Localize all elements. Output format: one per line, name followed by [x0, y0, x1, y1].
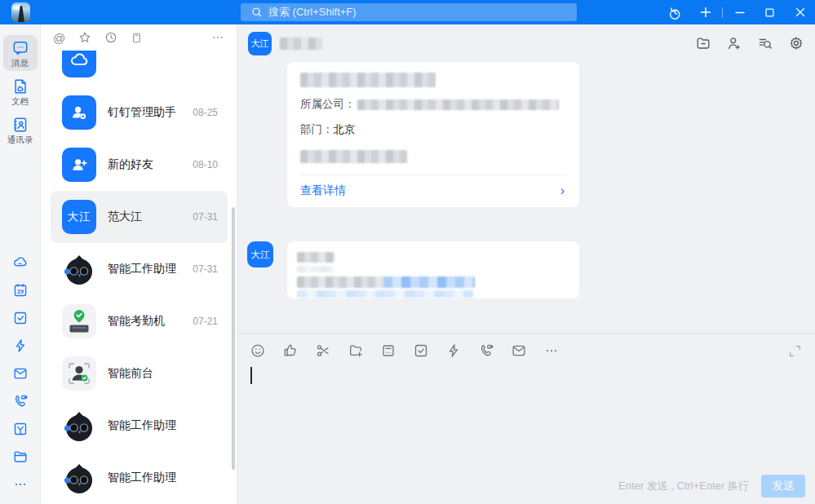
chat-header: 大江 — [237, 24, 815, 62]
star-icon[interactable] — [78, 31, 91, 44]
app-rail: 消息 文档 通讯录 29 — [0, 24, 41, 504]
dept-value: 北京 — [334, 122, 356, 137]
send-hint: Enter 发送 , Ctrl+Enter 换行 — [618, 479, 749, 493]
chat-icon — [11, 39, 29, 57]
chat-list-panel: @ — [41, 24, 237, 504]
conversation-list: 钉钉管理助手 08-25 新的好友 08-10 大江 范大江 07-31 — [41, 51, 237, 504]
list-item[interactable]: 智能工作助理 07-31 — [51, 243, 228, 295]
thumbs-up-icon[interactable] — [282, 343, 299, 359]
list-item[interactable]: 智能工作助理 — [51, 400, 228, 452]
file-add-icon[interactable] — [348, 343, 364, 359]
chat-panel: 大江 — [237, 24, 815, 504]
list-item[interactable]: 智能前台 — [51, 347, 228, 400]
history-search-icon[interactable] — [757, 35, 773, 51]
robot-avatar — [62, 409, 96, 443]
task-icon[interactable] — [413, 343, 429, 359]
list-item[interactable]: 智能考勤机 07-21 — [51, 295, 228, 347]
more-icon[interactable] — [211, 31, 224, 44]
mail-icon[interactable] — [511, 343, 527, 359]
calendar-icon[interactable]: 29 — [12, 282, 29, 298]
peer-avatar[interactable]: 大江 — [247, 241, 273, 267]
attendance-avatar — [62, 304, 96, 338]
flash-icon[interactable] — [12, 338, 29, 354]
maximize-icon[interactable] — [755, 0, 785, 24]
more-icon[interactable] — [543, 343, 560, 359]
rail-tools: 29 — [12, 254, 29, 504]
company-label: 所属公司： — [300, 97, 356, 112]
emoji-icon[interactable] — [250, 343, 266, 359]
global-search-input[interactable]: 搜索 (Ctrl+Shift+F) — [241, 3, 577, 21]
window-controls — [660, 0, 815, 24]
device-icon[interactable] — [131, 32, 143, 44]
chat-list-filters: @ — [41, 24, 237, 51]
expand-icon[interactable] — [788, 344, 802, 358]
search-icon — [251, 7, 263, 18]
peer-avatar[interactable]: 大江 — [248, 32, 272, 55]
redacted-link — [297, 290, 473, 298]
redacted-text — [357, 99, 559, 110]
message-area: 所属公司： 部门： 北京 查看详情 › 大江 — [237, 62, 815, 333]
doc-icon — [11, 77, 29, 95]
robot-avatar — [62, 461, 96, 495]
todo-icon[interactable] — [12, 310, 29, 326]
view-details-link[interactable]: 查看详情 › — [300, 175, 566, 207]
rail-label: 通讯录 — [7, 135, 33, 144]
rail-item-contacts[interactable]: 通讯录 — [3, 112, 38, 148]
new-friends-avatar — [62, 148, 96, 182]
rail-label: 消息 — [11, 59, 29, 68]
screenshot-icon[interactable] — [315, 343, 331, 359]
list-item[interactable]: 新的好友 08-10 — [51, 139, 228, 191]
list-item-selected[interactable]: 大江 范大江 07-31 — [51, 191, 228, 243]
mention-icon[interactable]: @ — [53, 32, 65, 44]
flash-icon[interactable] — [445, 343, 462, 359]
redacted-text — [297, 252, 334, 263]
titlebar: 搜索 (Ctrl+Shift+F) — [0, 0, 815, 24]
settings-icon[interactable] — [788, 35, 804, 51]
reception-avatar — [62, 356, 96, 391]
list-item[interactable]: 智能工作助理 — [51, 452, 228, 504]
search-placeholder: 搜索 (Ctrl+Shift+F) — [268, 5, 357, 20]
recent-icon[interactable] — [104, 31, 117, 44]
mail-icon[interactable] — [12, 365, 29, 382]
send-button[interactable]: 发送 — [761, 475, 805, 497]
call-icon[interactable] — [478, 343, 494, 359]
list-item[interactable]: 钉钉管理助手 08-25 — [51, 86, 228, 139]
cloud-drive-icon[interactable] — [12, 254, 29, 271]
message-input[interactable] — [237, 361, 815, 471]
robot-avatar — [62, 252, 96, 286]
close-icon[interactable] — [785, 0, 815, 24]
redacted-text — [300, 150, 407, 163]
schedule-icon[interactable] — [380, 343, 396, 359]
redacted-text — [297, 276, 383, 288]
peer-text-avatar: 大江 — [62, 200, 96, 234]
folder-icon[interactable] — [695, 35, 711, 51]
more-icon[interactable] — [12, 476, 29, 493]
workbench-icon[interactable] — [12, 421, 29, 437]
composer-toolbar — [237, 334, 815, 359]
phone-icon[interactable] — [12, 393, 29, 409]
plus-icon[interactable] — [690, 0, 720, 24]
redacted-text — [300, 73, 436, 87]
dingtalk-window: 搜索 (Ctrl+Shift+F) — [0, 0, 815, 504]
rail-item-messages[interactable]: 消息 — [3, 35, 38, 71]
redacted-text — [297, 266, 334, 272]
message-row: 大江 — [237, 241, 815, 298]
rail-label: 文档 — [11, 97, 29, 106]
rail-item-docs[interactable]: 文档 — [3, 73, 38, 109]
dept-label: 部门： — [300, 122, 334, 137]
redacted-peer-name — [280, 38, 322, 50]
minimize-icon[interactable] — [724, 0, 755, 24]
scrollbar[interactable] — [232, 207, 235, 470]
chevron-right-icon: › — [560, 184, 565, 197]
titlebar-divider — [722, 7, 723, 18]
cloud-app-avatar — [62, 51, 96, 77]
admin-assistant-avatar — [62, 95, 96, 130]
list-item[interactable] — [51, 51, 228, 86]
message-bubble — [287, 241, 579, 298]
svg-text:29: 29 — [17, 289, 24, 295]
user-avatar[interactable] — [11, 2, 30, 22]
contacts-icon — [11, 116, 29, 134]
folder-icon[interactable] — [12, 449, 29, 465]
add-member-icon[interactable] — [726, 35, 742, 51]
history-icon[interactable] — [660, 0, 690, 24]
